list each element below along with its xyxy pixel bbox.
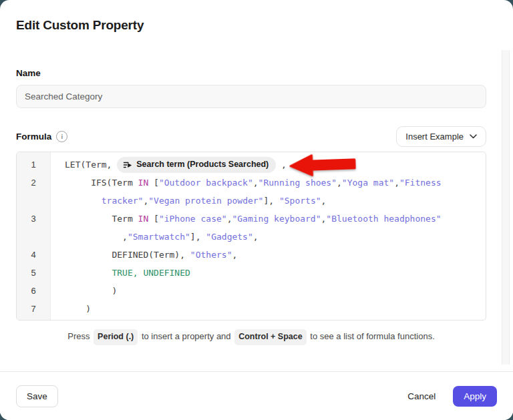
code-line[interactable]: tracker","Vegan protein powder"], "Sport… [50,192,486,210]
line-number: 5 [17,264,50,282]
code-line[interactable]: ) [50,282,486,300]
dialog-content: Edit Custom Property Name Formula i Inse… [0,0,513,371]
formula-label: Formula [16,132,51,142]
line-number: 6 [17,282,50,300]
line-number [17,228,50,246]
formula-editor[interactable]: 1LET(Term, Search term (Products Searche… [16,152,486,321]
name-label: Name [16,68,486,78]
line-number [17,192,50,210]
scrollbar[interactable] [502,50,510,365]
insert-example-label: Insert Example [405,132,464,142]
code-line[interactable]: Term IN ["iPhone case","Gaming keyboard"… [50,210,486,228]
edit-custom-property-dialog: Edit Custom Property Name Formula i Inse… [0,0,513,420]
line-number: 4 [17,246,50,264]
dialog-title: Edit Custom Property [16,18,486,33]
kbd-chip: Period (.) [94,329,138,345]
cancel-button[interactable]: Cancel [407,391,436,401]
formula-editor-rows: 1LET(Term, Search term (Products Searche… [17,152,486,318]
code-line[interactable]: DEFINED(Term), "Others", [50,246,486,264]
apply-button[interactable]: Apply [453,386,497,407]
formula-hint: Press Period (.) to insert a property an… [16,329,486,345]
property-chip-search-term[interactable]: Search term (Products Searched) [117,157,276,173]
name-input[interactable] [16,85,486,108]
formula-header-row: Formula i Insert Example [16,126,486,147]
property-chip-label: Search term (Products Searched) [136,156,269,174]
code-line[interactable]: TRUE, UNDEFINED [50,264,486,282]
save-button[interactable]: Save [16,385,58,407]
info-icon[interactable]: i [56,131,67,142]
chevron-down-icon [470,134,477,139]
dialog-footer: Save Cancel Apply [0,371,513,420]
line-number: 7 [17,300,50,318]
code-line[interactable]: IFS(Term IN ["Outdoor backpack","Running… [50,174,486,192]
kbd-chip: Control + Space [234,329,307,345]
insert-example-button[interactable]: Insert Example [396,126,486,147]
line-number: 3 [17,210,50,228]
code-line[interactable]: ) [50,300,486,318]
code-line[interactable]: LET(Term, Search term (Products Searched… [50,156,486,174]
code-line[interactable]: ,"Smartwatch"], "Gadgets", [50,228,486,246]
search-term-icon [123,160,132,170]
line-number: 2 [17,174,50,192]
line-number: 1 [17,156,50,174]
